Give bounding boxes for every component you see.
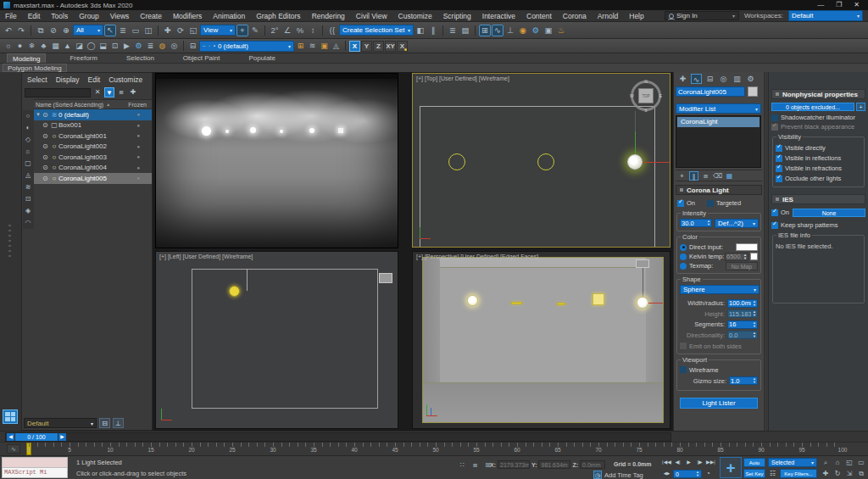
frozen-toggle-icon[interactable]: ●: [136, 123, 140, 128]
on-checkbox[interactable]: On: [677, 198, 695, 208]
maxscript-mini-listener[interactable]: MAXScript Mi: [2, 457, 68, 478]
hierarchy-mode-icon[interactable]: ⊥: [113, 418, 124, 428]
checkbox-icon[interactable]: [680, 343, 687, 349]
light-color-swatch[interactable]: [736, 243, 758, 251]
viewport-perspective[interactable]: [+] [Perspective] [User Defined] [Edged …: [412, 251, 670, 429]
object-name[interactable]: CoronaLight004: [58, 164, 107, 171]
frozen-toggle-icon[interactable]: ●: [136, 133, 140, 138]
checkbox-icon[interactable]: [776, 165, 782, 172]
ribbon-tab-object-paint[interactable]: Object Paint: [178, 53, 225, 63]
frozen-toggle-icon[interactable]: ●: [136, 165, 140, 170]
lock-explorer-icon[interactable]: ⧈: [116, 87, 126, 97]
corona-show-map-icon[interactable]: ◎: [169, 41, 180, 52]
axis-y-button[interactable]: Y: [361, 41, 372, 52]
layer-explorer-mode-icon[interactable]: ⊟: [99, 418, 110, 428]
explorer-row-coronalight005[interactable]: ⊙○CoronaLight005●: [34, 173, 152, 184]
hierarchy-tab-icon[interactable]: ⊟: [704, 74, 715, 84]
create-selection-set-field[interactable]: Create Selection Set ▾: [339, 25, 414, 36]
targeted-checkbox[interactable]: Targeted: [707, 198, 741, 208]
display-all-icon[interactable]: ○: [23, 111, 33, 121]
corona-light-disc[interactable]: [511, 302, 522, 304]
keyboard-shortcut-override-icon[interactable]: ({: [326, 25, 338, 36]
render-production-icon[interactable]: ♨: [555, 25, 567, 36]
viewport-top-label[interactable]: [+] [Top] [User Defined] [Wireframe]: [416, 75, 509, 81]
explorer-preset-dropdown[interactable]: Default ▾: [24, 418, 97, 428]
menu-content[interactable]: Content: [526, 12, 552, 20]
selection-filter-dropdown[interactable]: All ▾: [73, 25, 103, 36]
expander-icon[interactable]: ▼: [36, 112, 42, 117]
configure-modifier-sets-icon[interactable]: ▦: [725, 171, 734, 181]
corona-tree-icon[interactable]: ♣: [38, 41, 49, 52]
viewcube-top-face[interactable]: TOP: [638, 88, 654, 103]
checkbox-icon[interactable]: [677, 200, 684, 207]
corona-light-sphere[interactable]: [467, 295, 478, 306]
corona-material-icon[interactable]: ◍: [157, 41, 168, 52]
maxscript-listener-label[interactable]: MAXScript Mi: [3, 468, 67, 477]
visibility-checkbox-visible-in-refractions[interactable]: Visible in refractions: [776, 164, 861, 173]
corona-torus-icon[interactable]: ◯: [86, 41, 97, 52]
select-and-manipulate-icon[interactable]: ✎: [249, 25, 261, 36]
menu-edit[interactable]: Edit: [28, 12, 41, 20]
splitter-handle[interactable]: [8, 225, 11, 259]
display-shapes-icon[interactable]: ◇: [23, 135, 33, 145]
object-name[interactable]: CoronaLight005: [58, 175, 107, 182]
frozen-column-header[interactable]: Frozen: [128, 102, 147, 108]
menu-rendering[interactable]: Rendering: [312, 12, 345, 20]
frozen-toggle-icon[interactable]: ●: [136, 154, 140, 159]
corona-light-disc[interactable]: [557, 303, 565, 305]
checkbox-icon[interactable]: [771, 124, 778, 131]
corona-light-icon-left-view[interactable]: [229, 286, 240, 297]
menu-corona[interactable]: Corona: [563, 12, 587, 20]
checkbox-icon[interactable]: [707, 200, 714, 207]
checkbox-icon[interactable]: [680, 366, 687, 373]
corona-plane-icon[interactable]: ▦: [50, 41, 61, 52]
corona-light-square[interactable]: [593, 293, 604, 305]
material-editor-icon[interactable]: ◉: [517, 25, 529, 36]
viewport-left[interactable]: [+] [Left] [User Defined] [Wireframe]: [155, 251, 398, 429]
display-helpers-icon[interactable]: ◬: [23, 170, 33, 181]
use-pivot-point-center-icon[interactable]: ⌖: [236, 25, 248, 36]
axis-x-button[interactable]: X: [397, 41, 408, 52]
add-time-tag[interactable]: ◷ Add Time Tag: [593, 471, 643, 479]
axis-x-button[interactable]: X: [349, 41, 360, 52]
key-filters-button[interactable]: Key Filters...: [780, 469, 817, 478]
texmap-button[interactable]: No Map: [726, 262, 758, 270]
window-crossing-icon[interactable]: ◫: [142, 25, 154, 36]
objects-excluded-button[interactable]: 0 objects excluded...: [771, 103, 854, 111]
add-excluded-button[interactable]: +: [856, 103, 865, 111]
x-coordinate-field[interactable]: 2179.373m: [498, 460, 530, 469]
corona-proxy-icon[interactable]: ⊡: [109, 41, 120, 52]
width-radius-spinner[interactable]: 100.0mm ▲▼: [727, 299, 758, 308]
ribbon-tab-modeling[interactable]: Modeling: [7, 53, 46, 63]
previous-frame-button[interactable]: ◀: [7, 433, 14, 441]
corona-interactive-render-icon[interactable]: ▶: [121, 41, 132, 52]
pin-stack-icon[interactable]: ⌖: [677, 171, 687, 181]
visibility-eye-icon[interactable]: ⊙: [42, 142, 50, 150]
toggle-layer-explorer-icon[interactable]: ▤: [459, 25, 471, 36]
select-and-link-icon[interactable]: ⧉: [35, 25, 47, 36]
selected-corona-light[interactable]: [637, 297, 648, 309]
select-and-scale-icon[interactable]: ◱: [187, 25, 199, 36]
name-column-header[interactable]: Name (Sorted Ascending): [36, 102, 103, 108]
corona-light-circle[interactable]: [448, 153, 465, 170]
remove-modifier-icon[interactable]: ⌫: [713, 171, 722, 181]
axis-xy-button[interactable]: XY: [385, 41, 396, 52]
menu-animation[interactable]: Animation: [213, 12, 245, 20]
spinner-snap-toggle-icon[interactable]: ↕: [307, 25, 319, 36]
display-geometry-icon[interactable]: ◐: [23, 123, 33, 133]
time-configuration-icon[interactable]: ◔: [704, 469, 713, 478]
workspace-dropdown[interactable]: Default ▾: [788, 10, 863, 21]
object-name[interactable]: CoronaLight002: [58, 142, 107, 150]
ribbon-tab-freeform[interactable]: Freeform: [64, 53, 102, 63]
selection-lock-toggle-icon[interactable]: ∷: [458, 460, 467, 470]
maxscript-listener-top[interactable]: [3, 458, 67, 468]
create-key-button[interactable]: +: [720, 457, 742, 478]
intensity-spinner[interactable]: 30.0 ▲▼: [680, 219, 712, 227]
visibility-eye-icon[interactable]: ⊙: [42, 164, 50, 171]
create-tab-icon[interactable]: ✚: [677, 74, 688, 84]
close-button[interactable]: ✕: [854, 1, 860, 9]
menu-create[interactable]: Create: [140, 12, 162, 20]
display-xrefs-icon[interactable]: ◈: [23, 206, 33, 216]
axis-z-button[interactable]: Z: [373, 41, 384, 52]
keep-sharp-patterns-checkbox[interactable]: Keep sharp patterns: [771, 220, 865, 230]
